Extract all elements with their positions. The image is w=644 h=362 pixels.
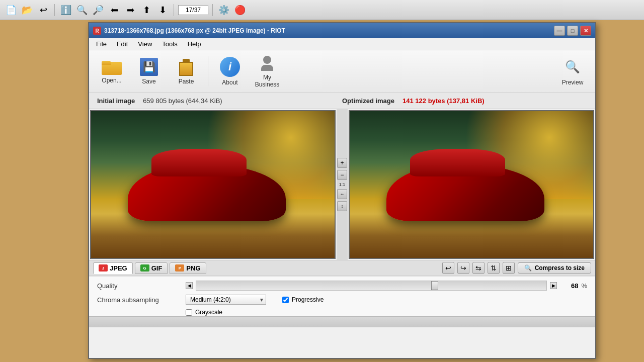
tab-jpeg[interactable]: J JPEG [93,262,133,274]
menu-edit[interactable]: Edit [112,38,133,50]
paste-label: Paste [179,78,194,85]
window-title: 313718-1366x768.jpg (1366x768 px @ 24bit… [104,27,554,34]
grayscale-checkbox-row: Grayscale [186,309,222,316]
compress-icon: 🔍 [524,264,532,272]
zoom-out-btn[interactable]: − [337,170,347,180]
menu-tools[interactable]: Tools [157,38,182,50]
quality-decrease-btn[interactable]: ◀ [186,282,193,289]
quality-increase-btn[interactable]: ▶ [550,282,557,289]
close-button[interactable]: ✕ [580,26,591,36]
taskbar-sep3 [212,4,213,16]
tab-gif-label: GIF [151,264,163,272]
menu-bar: File Edit View Tools Help [89,38,595,50]
initial-label: Initial image [97,97,135,105]
person-icon [257,55,277,72]
paste-button[interactable]: Paste [169,53,204,90]
taskbar-up-icon[interactable]: ⬆ [139,3,153,17]
quality-slider-track[interactable] [196,281,547,291]
jpeg-icon: J [99,264,108,272]
menu-file[interactable]: File [91,38,112,50]
flip-h-btn[interactable]: ⇆ [472,262,485,274]
taskbar-undo-icon[interactable]: ↩ [36,3,50,17]
progressive-checkbox[interactable] [282,297,289,303]
format-tabs-right: ↩ ↪ ⇆ ⇅ ⊞ 🔍 Compress to size [442,262,591,274]
quality-unit: % [581,282,587,290]
app-icon: R [93,27,101,35]
optimized-image-panel [349,110,594,259]
paste-icon [177,58,195,76]
taskbar-sep2 [174,4,174,16]
save-label: Save [142,78,155,85]
taskbar-settings-icon[interactable]: ⚙️ [217,3,231,17]
taskbar-down-icon[interactable]: ⬇ [155,3,170,17]
quality-value: 68 [560,282,578,290]
taskbar-zoomout-icon[interactable]: 🔎 [91,3,105,17]
taskbar-zoomin-icon[interactable]: 🔍 [75,3,89,17]
redo-action-btn[interactable]: ↪ [457,262,469,274]
zoom-in-btn[interactable]: + [337,158,347,168]
taskbar-new-icon[interactable]: 📄 [4,3,18,17]
info-icon: i [220,57,240,77]
taskbar-sep1 [54,4,55,16]
quality-row: Quality ◀ ▶ 68 % [97,281,587,291]
image-info-bar: Initial image 659 805 bytes (644,34 KiB)… [89,93,595,109]
compress-label: Compress to size [535,264,585,272]
crop-btn[interactable]: ⊞ [503,262,515,274]
minimize-button[interactable]: — [554,26,565,36]
grayscale-row: Grayscale [97,309,587,316]
initial-car-body [128,165,286,221]
chroma-label: Chroma subsampling [97,296,178,304]
png-icon: P [175,264,184,272]
about-button[interactable]: i About [212,53,248,90]
open-button[interactable]: Open... [94,53,129,90]
preview-button[interactable]: 🔍 Preview [555,53,590,90]
tab-jpeg-label: JPEG [110,264,127,272]
optimized-car-body [386,165,545,221]
chroma-row: Chroma subsampling Medium (4:2:0) High (… [97,295,587,305]
title-bar: R 313718-1366x768.jpg (1366x768 px @ 24b… [89,23,595,38]
mybusiness-label: My Business [252,74,282,88]
flip-v-btn[interactable]: ⇅ [488,262,500,274]
fit-height-btn[interactable]: ↕ [337,201,347,211]
app-icon-label: R [95,28,99,34]
mybusiness-button[interactable]: My Business [250,53,285,90]
toolbar-sep1 [208,56,208,86]
images-container: + − 1:1 ↔ ↕ [89,109,595,260]
person-body [261,65,273,71]
taskbar-counter: 17/37 [178,5,208,15]
save-button[interactable]: 💾 Save [131,53,167,90]
chroma-select[interactable]: Medium (4:2:0) High (4:4:4) Low (4:1:1) [186,295,266,305]
center-controls: + − 1:1 ↔ ↕ [337,109,348,260]
tab-png-label: PNG [186,264,200,272]
progressive-label: Progressive [292,296,324,303]
taskbar-back-icon[interactable]: ⬅ [107,3,121,17]
status-bar [89,316,595,327]
optimized-label: Optimized image [342,97,394,105]
initial-car-scene [91,111,335,258]
menu-view[interactable]: View [133,38,157,50]
optimized-info: Optimized image 141 122 bytes (137,81 Ki… [342,97,587,105]
tab-gif[interactable]: G GIF [135,262,168,274]
compress-to-size-button[interactable]: 🔍 Compress to size [518,262,591,274]
title-bar-buttons: — □ ✕ [554,26,591,36]
open-label: Open... [102,77,121,84]
quality-slider-container: ◀ ▶ 68 % [186,281,587,291]
initial-value: 659 805 bytes (644,34 KiB) [143,97,222,105]
save-icon: 💾 [140,58,158,76]
grayscale-label: Grayscale [195,309,222,316]
taskbar-extra-icon[interactable]: 🔴 [233,3,247,17]
menu-help[interactable]: Help [183,38,206,50]
undo-action-btn[interactable]: ↩ [442,262,454,274]
maximize-button[interactable]: □ [567,26,578,36]
taskbar-info-icon[interactable]: ℹ️ [59,3,73,17]
settings-panel: Quality ◀ ▶ 68 % Chroma subsampling Medi… [89,276,595,316]
tab-png[interactable]: P PNG [170,262,206,274]
taskbar: 📄 📂 ↩ ℹ️ 🔍 🔎 ⬅ ➡ ⬆ ⬇ 17/37 ⚙️ 🔴 [0,0,644,20]
search-icon: 🔍 [562,57,583,77]
taskbar-open-icon[interactable]: 📂 [20,3,34,17]
initial-info: Initial image 659 805 bytes (644,34 KiB) [97,97,342,105]
fit-width-btn[interactable]: ↔ [337,189,347,199]
taskbar-forward-icon[interactable]: ➡ [123,3,137,17]
quality-slider-thumb[interactable] [431,281,438,290]
grayscale-checkbox[interactable] [186,309,192,316]
